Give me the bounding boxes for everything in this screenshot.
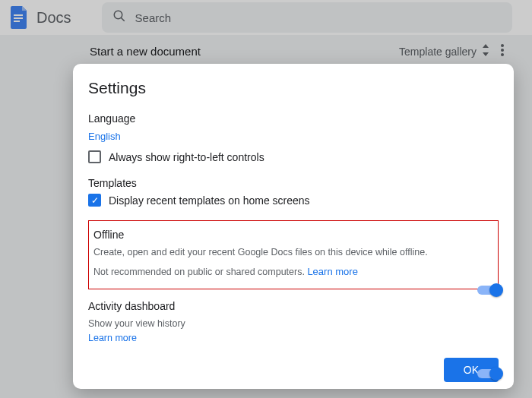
templates-section: Templates ✓ Display recent templates on … <box>88 177 499 207</box>
activity-toggle[interactable] <box>477 369 500 378</box>
toggle-on-icon <box>477 369 500 378</box>
activity-learn-more-link[interactable]: Learn more <box>88 333 137 343</box>
offline-learn-more-link[interactable]: Learn more <box>307 266 357 277</box>
modal-title: Settings <box>88 79 499 97</box>
display-templates-label: Display recent templates on home screens <box>109 194 310 207</box>
activity-section: Activity dashboard Show your view histor… <box>88 300 499 345</box>
offline-toggle[interactable] <box>477 286 500 295</box>
display-templates-checkbox-row[interactable]: ✓ Display recent templates on home scree… <box>88 194 499 207</box>
language-value-link[interactable]: English <box>88 131 121 142</box>
modal-footer: OK <box>88 358 499 382</box>
settings-modal: Settings Language English Always show ri… <box>73 64 514 389</box>
activity-title: Activity dashboard <box>88 300 499 312</box>
offline-desc2: Not recommended on public or shared comp… <box>93 264 490 280</box>
rtl-label: Always show right-to-left controls <box>109 151 264 163</box>
language-title: Language <box>88 112 499 125</box>
offline-desc2-text: Not recommended on public or shared comp… <box>93 267 307 277</box>
language-section: Language English Always show right-to-le… <box>88 112 499 163</box>
rtl-checkbox-row[interactable]: Always show right-to-left controls <box>88 150 499 163</box>
toggle-on-icon <box>477 286 500 295</box>
checkbox-checked-icon: ✓ <box>88 194 101 207</box>
checkbox-unchecked-icon <box>88 150 101 163</box>
offline-section-highlight: Offline Create, open and edit your recen… <box>88 220 499 289</box>
templates-title: Templates <box>88 177 499 189</box>
offline-desc1: Create, open and edit your recent Google… <box>93 245 490 260</box>
offline-title: Offline <box>93 229 490 241</box>
activity-desc: Show your view history <box>88 317 499 331</box>
